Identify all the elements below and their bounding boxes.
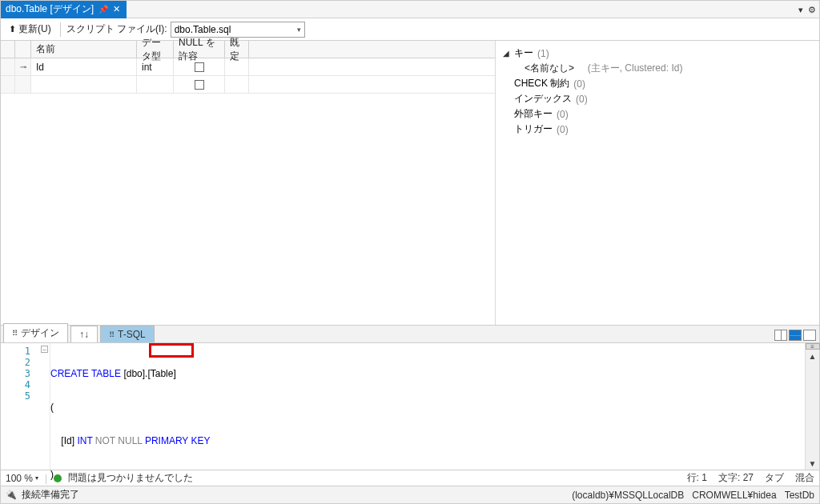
prop-check-count: (0) [573, 78, 585, 90]
update-icon: ⬆ [9, 24, 16, 34]
cell-default[interactable] [225, 58, 249, 75]
kw-null: NULL [118, 435, 142, 446]
kw-not: NOT [95, 435, 115, 446]
chevron-down-icon: ▾ [297, 26, 301, 34]
prop-key-detail[interactable]: <名前なし> (主キー, Clustered: Id) [502, 61, 813, 76]
window-position-icon[interactable]: ▾ [798, 5, 803, 15]
line-number: 3 [1, 368, 50, 379]
prop-keys-label: キー [514, 46, 533, 60]
chevron-down-icon: ▾ [35, 474, 38, 482]
layout-single-icon[interactable] [803, 330, 816, 341]
line-number: 2 [1, 357, 50, 368]
swap-icon: ↑↓ [79, 329, 89, 340]
layout-horizontal-icon[interactable] [789, 330, 802, 341]
grid-header-type[interactable]: データ型 [137, 41, 174, 58]
connection-icon: 🔌 [6, 490, 17, 500]
zoom-value: 100 % [6, 473, 33, 484]
prop-trigger[interactable]: トリガー (0) [502, 122, 813, 137]
cell-type[interactable]: int [137, 58, 174, 75]
cell-allow-null[interactable] [174, 58, 225, 75]
prop-fk-count: (0) [557, 109, 569, 120]
update-button[interactable]: ⬆ 更新(U) [6, 21, 54, 38]
kw-int: INT [77, 435, 92, 446]
prop-fk[interactable]: 外部キー (0) [502, 106, 813, 122]
table-row-new[interactable] [1, 76, 495, 94]
prop-index-label: インデックス [514, 92, 572, 106]
prop-check[interactable]: CHECK 制約 (0) [502, 76, 813, 91]
cell-name[interactable] [31, 76, 137, 93]
row-handle[interactable] [1, 76, 15, 93]
splitter-icon[interactable]: ≡ [806, 343, 820, 350]
pk-icon-empty [15, 76, 31, 93]
cell-allow-null[interactable] [174, 76, 225, 93]
separator [60, 22, 61, 37]
paren-close: ) [50, 469, 54, 480]
designer-toolbar: ⬆ 更新(U) スクリプト ファイル(I): dbo.Table.sql ▾ [1, 18, 819, 41]
columns-grid: 名前 データ型 NULL を許容 既定 ⊸ Id int [1, 41, 496, 325]
close-icon[interactable]: ✕ [113, 4, 120, 14]
cell-name[interactable]: Id [31, 58, 137, 75]
pane-tabs: ⠿ デザイン ↑↓ ⠿ T-SQL [1, 325, 819, 342]
prop-fk-label: 外部キー [514, 107, 553, 121]
checkbox-icon[interactable] [195, 80, 204, 90]
tab-design[interactable]: ⠿ デザイン [3, 323, 68, 342]
row-handle[interactable] [1, 58, 15, 75]
grip-icon: ⠿ [12, 329, 18, 338]
prop-keys-count: (1) [537, 48, 549, 59]
scroll-down-icon[interactable]: ▼ [809, 457, 817, 470]
layout-vertical-icon[interactable] [774, 330, 787, 341]
line-gutter: 1 2 3 4 5 – [1, 343, 50, 470]
grip-icon: ⠿ [109, 330, 115, 339]
grid-header: 名前 データ型 NULL を許容 既定 [1, 41, 495, 58]
document-tabstrip: dbo.Table [デザイン] 📌 ✕ ▾ ⚙ [1, 1, 819, 18]
tab-design-label: デザイン [21, 326, 59, 340]
cell-type[interactable] [137, 76, 174, 93]
prop-index-count: (0) [576, 94, 588, 105]
code-editor[interactable]: 1 2 3 4 5 – CREATE TABLE [dbo].[Table] (… [1, 342, 819, 470]
highlight-box [149, 343, 194, 358]
prop-trigger-label: トリガー [514, 122, 553, 136]
tab-swap[interactable]: ↑↓ [70, 326, 98, 342]
vertical-scrollbar[interactable]: ≡ ▲ ▼ [805, 343, 819, 470]
grid-header-rowhandle [1, 41, 15, 58]
paren-open: ( [50, 402, 54, 413]
pin-icon[interactable]: 📌 [98, 5, 108, 14]
cell-default[interactable] [225, 76, 249, 93]
kw-create: CREATE [50, 368, 89, 379]
grid-header-null[interactable]: NULL を許容 [174, 41, 225, 58]
prop-index[interactable]: インデックス (0) [502, 91, 813, 106]
kw-table: TABLE [91, 368, 121, 379]
prop-check-label: CHECK 制約 [514, 77, 569, 90]
ident-schema: [dbo] [123, 368, 145, 379]
scroll-up-icon[interactable]: ▲ [809, 350, 817, 362]
document-tab-active[interactable]: dbo.Table [デザイン] 📌 ✕ [1, 1, 127, 18]
prop-keys[interactable]: ◢ キー (1) [502, 46, 813, 61]
fold-toggle-icon[interactable]: – [41, 346, 48, 353]
prop-trigger-count: (0) [557, 124, 569, 135]
update-label: 更新(U) [18, 22, 51, 36]
gear-icon[interactable]: ⚙ [808, 5, 816, 15]
prop-key-name: <名前なし> [525, 62, 574, 75]
tab-tsql-label: T-SQL [118, 329, 146, 340]
pk-icon: ⊸ [15, 58, 31, 75]
designer-pane: 名前 データ型 NULL を許容 既定 ⊸ Id int [1, 41, 819, 325]
ident-col: [Id] [61, 435, 74, 446]
script-file-value: dbo.Table.sql [175, 24, 231, 35]
grid-header-pk [15, 41, 31, 58]
grid-header-name[interactable]: 名前 [31, 41, 137, 58]
document-tab-title: dbo.Table [デザイン] [6, 2, 94, 16]
kw-primary: PRIMARY [145, 435, 188, 446]
code-text[interactable]: CREATE TABLE [dbo].[Table] ( [Id] INT NO… [50, 343, 805, 470]
collapse-icon[interactable]: ◢ [502, 49, 510, 58]
properties-pane: ◢ キー (1) <名前なし> (主キー, Clustered: Id) CHE… [496, 41, 819, 325]
grid-header-default[interactable]: 既定 [225, 41, 249, 58]
checkbox-icon[interactable] [195, 62, 204, 72]
zoom-combo[interactable]: 100 % ▾ [6, 473, 38, 484]
ident-table: [Table] [147, 368, 175, 379]
line-number: 5 [1, 390, 50, 402]
tab-tsql[interactable]: ⠿ T-SQL [100, 326, 155, 342]
kw-key: KEY [191, 435, 210, 446]
table-row[interactable]: ⊸ Id int [1, 58, 495, 76]
script-file-combo[interactable]: dbo.Table.sql ▾ [171, 22, 305, 38]
prop-key-desc: (主キー, Clustered: Id) [588, 62, 683, 75]
